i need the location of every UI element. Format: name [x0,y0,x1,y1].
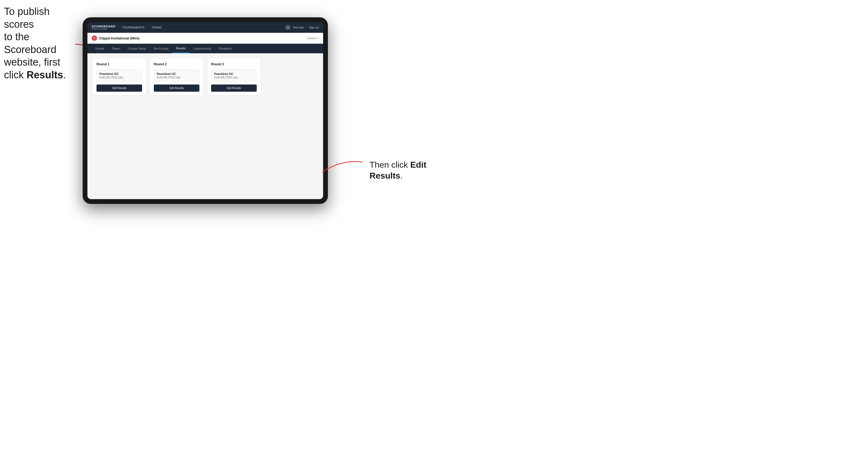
tab-course-setup[interactable]: Course Setup [124,44,150,53]
main-content: Round 1 Peachtree GC Gold (M) (7010 yds)… [87,53,323,199]
tab-details[interactable]: Details [92,44,108,53]
instruction-text-2: Then click Edit Results. [370,159,431,182]
tournament-header: C Clippd Invitational (Mini) Cancel × [87,33,323,44]
edit-results-button-3[interactable]: Edit Results [211,85,257,92]
nav-teams[interactable]: TEAMS [150,26,163,29]
tab-teams[interactable]: Teams [108,44,124,53]
nav-right: U Test User | Sign out [285,25,319,30]
round-3-card: Round 3 Peachtree GC Gold (M) (7010 yds)… [208,59,260,95]
round-1-course-card: Peachtree GC Gold (M) (7010 yds) [96,69,142,82]
round-3-course-details: Gold (M) (7010 yds) [214,76,254,79]
logo-text: SCOREBOARD [92,25,116,28]
round-3-course-card: Peachtree GC Gold (M) (7010 yds) [211,69,257,82]
tournament-name: Clippd Invitational (Mini) [99,36,140,40]
user-avatar: U [285,25,290,30]
round-1-course-name: Peachtree GC [99,72,139,75]
round-2-course-name: Peachtree GC [157,72,196,75]
tab-tee-groups[interactable]: Tee Groups [150,44,172,53]
edit-results-button-2[interactable]: Edit Results [154,85,199,92]
logo-area: SCOREBOARD Powered by clippd [92,25,116,30]
nav-tournaments[interactable]: TOURNAMENTS [121,26,146,29]
arrow-to-edit-results [322,157,368,176]
rounds-grid: Round 1 Peachtree GC Gold (M) (7010 yds)… [93,59,318,95]
logo-sub: Powered by clippd [92,28,116,30]
round-1-title: Round 1 [96,62,142,66]
round-1-course-details: Gold (M) (7010 yds) [99,76,139,79]
tab-printables[interactable]: Printables [215,44,236,53]
top-navigation: SCOREBOARD Powered by clippd TOURNAMENTS… [87,22,323,33]
cancel-button[interactable]: Cancel × [307,36,319,40]
tournament-title-area: C Clippd Invitational (Mini) [92,35,140,41]
tablet-device: SCOREBOARD Powered by clippd TOURNAMENTS… [83,17,328,204]
tab-results[interactable]: Results [172,44,190,53]
round-2-title: Round 2 [154,62,199,66]
tab-leaderboards[interactable]: Leaderboards [190,44,215,53]
edit-results-button-1[interactable]: Edit Results [96,85,142,92]
tablet-screen: SCOREBOARD Powered by clippd TOURNAMENTS… [87,22,323,199]
round-3-course-name: Peachtree GC [214,72,254,75]
tournament-logo: C [92,35,97,41]
round-3-title: Round 3 [211,62,257,66]
round-1-card: Round 1 Peachtree GC Gold (M) (7010 yds)… [93,59,146,95]
nav-links: TOURNAMENTS TEAMS [121,26,285,29]
round-2-course-card: Peachtree GC Gold (M) (7010 yds) [154,69,199,82]
user-name: Test User [293,26,304,29]
tab-bar: Details Teams Course Setup Tee Groups Re… [87,44,323,53]
round-2-card: Round 2 Peachtree GC Gold (M) (7010 yds)… [150,59,203,95]
round-4-placeholder [265,59,318,95]
sign-out-link[interactable]: Sign out [309,26,319,29]
nav-divider: | [306,26,307,29]
round-2-course-details: Gold (M) (7010 yds) [157,76,196,79]
instruction-text-1: To publish scores to the Scoreboard webs… [4,5,79,81]
